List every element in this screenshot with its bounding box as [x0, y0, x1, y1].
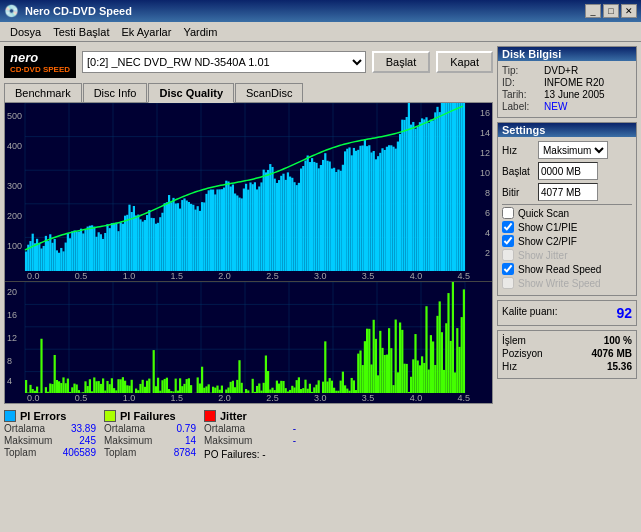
- left-panel: nero CD·DVD SPEED [0:2] _NEC DVD_RW ND-3…: [4, 46, 493, 462]
- islem-label: İşlem: [502, 335, 526, 346]
- pozisyon-label: Pozisyon: [502, 348, 543, 359]
- x-labels-top: 0.0 0.5 1.0 1.5 2.0 2.5 3.0 3.5 4.0 4.5: [5, 271, 492, 281]
- quick-scan-checkbox[interactable]: [502, 207, 514, 219]
- menu-dosya[interactable]: Dosya: [4, 24, 47, 40]
- x-label-3-5: 3.5: [362, 271, 375, 281]
- drive-bar: nero CD·DVD SPEED [0:2] _NEC DVD_RW ND-3…: [4, 46, 493, 78]
- menu-bar: Dosya Testi Başlat Ek Ayarlar Yardim: [0, 22, 641, 42]
- tab-bar: Benchmark Disc Info Disc Quality ScanDis…: [4, 82, 493, 102]
- x-label-3-0: 3.0: [314, 271, 327, 281]
- maximize-button[interactable]: □: [603, 4, 619, 18]
- start-button[interactable]: Başlat: [372, 51, 431, 73]
- x-labels-bottom: 0.0 0.5 1.0 1.5 2.0 2.5 3.0 3.5 4.0 4.5: [5, 393, 492, 403]
- pi-failures-color: [104, 410, 116, 422]
- disk-label-label: Label:: [502, 101, 540, 112]
- x-label-2-5: 2.5: [266, 271, 279, 281]
- pi-failures-ortalama-value: 0.79: [156, 423, 196, 434]
- nero-sub-text: CD·DVD SPEED: [10, 65, 70, 74]
- settings-box: Settings Hız Maksimum Başlat Bitir Quick…: [497, 122, 637, 296]
- tab-scandisc[interactable]: ScanDisc: [235, 83, 303, 103]
- pi-errors-ortalama-label: Ortalama: [4, 423, 52, 434]
- hiz-label: Hız: [502, 145, 534, 156]
- disk-tarih-label: Tarih:: [502, 89, 540, 100]
- disk-info-title: Disk Bilgisi: [498, 47, 636, 61]
- menu-ek-ayarlar[interactable]: Ek Ayarlar: [115, 24, 177, 40]
- x-label-0-5: 0.5: [75, 271, 88, 281]
- po-failures-label: PO Failures:: [204, 449, 260, 460]
- pi-errors-ortalama-value: 33.89: [56, 423, 96, 434]
- window-title: Nero CD-DVD Speed: [25, 5, 132, 17]
- tab-disc-quality[interactable]: Disc Quality: [148, 83, 234, 103]
- app-icon: 💿: [4, 4, 19, 18]
- tab-benchmark[interactable]: Benchmark: [4, 83, 82, 103]
- bitir-input[interactable]: [538, 183, 598, 201]
- pi-failures-toplam-label: Toplam: [104, 447, 152, 458]
- drive-select[interactable]: [0:2] _NEC DVD_RW ND-3540A 1.01: [82, 51, 366, 73]
- y-right-2: 2: [485, 248, 490, 258]
- baslat-input[interactable]: [538, 162, 598, 180]
- pi-errors-color: [4, 410, 16, 422]
- disk-label-value: NEW: [544, 101, 567, 112]
- hiz-select[interactable]: Maksimum: [538, 141, 608, 159]
- pi-errors-maksimum-value: 245: [56, 435, 96, 446]
- x-label-1-0: 1.0: [123, 271, 136, 281]
- tab-disc-info[interactable]: Disc Info: [83, 83, 148, 103]
- bitir-label: Bitir: [502, 187, 534, 198]
- quality-box: Kalite puanı: 92: [497, 300, 637, 326]
- hiz-status-value: 15.36: [607, 361, 632, 372]
- y-label-400: 400: [7, 141, 22, 151]
- show-c2-checkbox[interactable]: [502, 235, 514, 247]
- stats-row: PI Errors Ortalama 33.89 Maksimum 245 To…: [4, 408, 493, 462]
- bx-label-1-0: 1.0: [123, 393, 136, 403]
- show-jitter-row: Show Jitter: [502, 249, 632, 261]
- y-right-16: 16: [480, 108, 490, 118]
- title-bar: 💿 Nero CD-DVD Speed _ □ ✕: [0, 0, 641, 22]
- quality-title: Kalite puanı:: [502, 306, 558, 317]
- y-label-100: 100: [7, 241, 22, 251]
- jitter-ortalama-label: Ortalama: [204, 423, 252, 434]
- pi-errors-toplam-label: Toplam: [4, 447, 52, 458]
- jitter-ortalama-value: -: [256, 423, 296, 434]
- show-jitter-checkbox: [502, 249, 514, 261]
- show-jitter-label: Show Jitter: [518, 250, 567, 261]
- menu-yardim[interactable]: Yardim: [177, 24, 223, 40]
- chart-container: 500 400 300 200 100 16 14 12 10 8 6 4 2 …: [4, 102, 493, 404]
- disk-tip-value: DVD+R: [544, 65, 578, 76]
- pi-failures-toplam-value: 8784: [156, 447, 196, 458]
- disk-tarih-value: 13 June 2005: [544, 89, 605, 100]
- islem-value: 100 %: [604, 335, 632, 346]
- disk-id-value: INFOME R20: [544, 77, 604, 88]
- bx-label-2-5: 2.5: [266, 393, 279, 403]
- close-button[interactable]: ✕: [621, 4, 637, 18]
- y-right-8: 8: [485, 188, 490, 198]
- by-label-16: 16: [7, 310, 17, 320]
- bx-label-3-0: 3.0: [314, 393, 327, 403]
- pi-failures-title: PI Failures: [120, 410, 176, 422]
- show-c1-label: Show C1/PIE: [518, 222, 577, 233]
- right-panel: Disk Bilgisi Tip: DVD+R ID: INFOME R20 T…: [497, 46, 637, 462]
- show-read-speed-checkbox[interactable]: [502, 263, 514, 275]
- hiz-status-label: Hız: [502, 361, 517, 372]
- nero-logo-text: nero: [10, 50, 70, 65]
- pi-errors-maksimum-label: Maksimum: [4, 435, 52, 446]
- quick-scan-row: Quick Scan: [502, 207, 632, 219]
- x-label-1-5: 1.5: [170, 271, 183, 281]
- y-right-4: 4: [485, 228, 490, 238]
- main-content: nero CD·DVD SPEED [0:2] _NEC DVD_RW ND-3…: [0, 42, 641, 466]
- by-label-20: 20: [7, 287, 17, 297]
- menu-testi-baslat[interactable]: Testi Başlat: [47, 24, 115, 40]
- jitter-title: Jitter: [220, 410, 247, 422]
- pi-failures-maksimum-label: Maksimum: [104, 435, 152, 446]
- jitter-maksimum-label: Maksimum: [204, 435, 252, 446]
- disk-id-label: ID:: [502, 77, 540, 88]
- disk-info-box: Disk Bilgisi Tip: DVD+R ID: INFOME R20 T…: [497, 46, 637, 118]
- pi-failures-ortalama-label: Ortalama: [104, 423, 152, 434]
- show-write-speed-row: Show Write Speed: [502, 277, 632, 289]
- pi-failures-group: PI Failures Ortalama 0.79 Maksimum 14 To…: [104, 410, 196, 460]
- y-right-6: 6: [485, 208, 490, 218]
- show-read-speed-row: Show Read Speed: [502, 263, 632, 275]
- close-drive-button[interactable]: Kapat: [436, 51, 493, 73]
- minimize-button[interactable]: _: [585, 4, 601, 18]
- show-c1-checkbox[interactable]: [502, 221, 514, 233]
- x-label-2-0: 2.0: [218, 271, 231, 281]
